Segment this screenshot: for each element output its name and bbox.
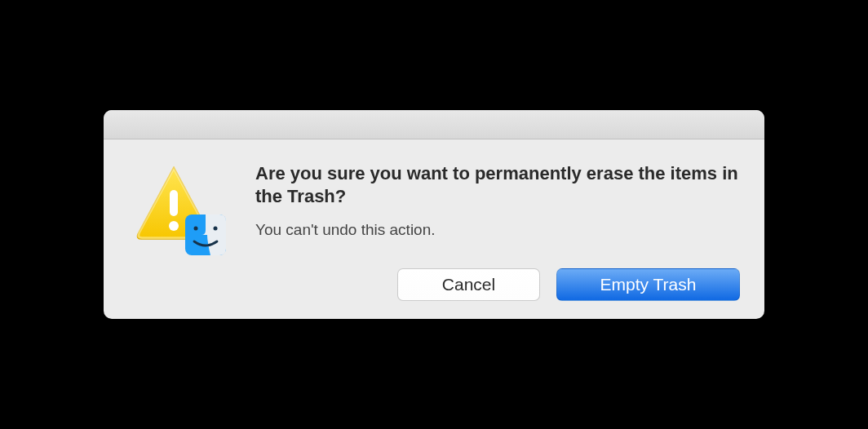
svg-rect-0 — [170, 190, 178, 216]
icon-column — [133, 162, 231, 301]
svg-point-4 — [214, 227, 218, 231]
cancel-button[interactable]: Cancel — [397, 268, 540, 301]
svg-point-3 — [194, 227, 198, 231]
dialog-titlebar — [104, 110, 764, 139]
button-row: Cancel Empty Trash — [255, 268, 740, 301]
alert-message: You can't undo this action. — [255, 220, 740, 241]
alert-icon-group — [133, 162, 223, 252]
dialog-content: Are you sure you want to permanently era… — [104, 139, 764, 319]
alert-dialog: Are you sure you want to permanently era… — [104, 110, 764, 319]
text-column: Are you sure you want to permanently era… — [255, 162, 740, 301]
empty-trash-button[interactable]: Empty Trash — [556, 268, 740, 301]
svg-point-1 — [169, 221, 179, 231]
alert-title: Are you sure you want to permanently era… — [255, 162, 740, 207]
finder-icon — [184, 214, 227, 256]
